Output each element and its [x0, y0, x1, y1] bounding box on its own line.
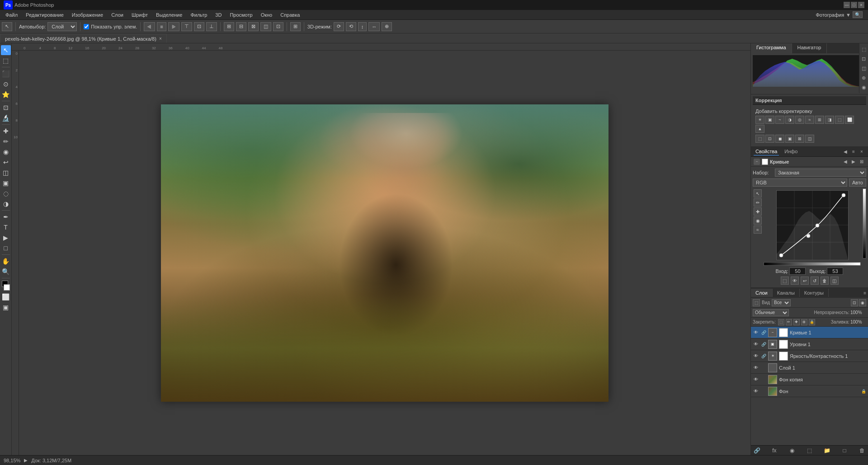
3d-btn-2[interactable]: ⟲ [346, 22, 356, 31]
minimize-btn[interactable]: — [844, 2, 850, 8]
layer-row-curves1[interactable]: 👁 🔗 ~ Кривые 1 [751, 327, 868, 338]
layer-toggle-btn[interactable]: ◉ [859, 299, 866, 306]
curve-point-highlight[interactable] [842, 193, 845, 197]
paths-tab[interactable]: Контуры [800, 289, 829, 297]
screen-mode-btn[interactable]: ▣ [1, 302, 11, 312]
dist-3-btn[interactable]: ⊠ [248, 22, 259, 31]
3d-btn-3[interactable]: ↕ [358, 22, 367, 31]
corr-vibrance-btn[interactable]: ◎ [795, 116, 804, 124]
layer-link-fon[interactable] [761, 389, 766, 394]
corr-levels-btn[interactable]: ▣ [765, 116, 774, 124]
curve-point-black[interactable] [779, 254, 783, 257]
menu-help[interactable]: Справка [277, 11, 303, 19]
curve-point-mid[interactable] [816, 224, 819, 227]
menu-type[interactable]: Шрифт [128, 11, 151, 19]
dist-5-btn[interactable]: ⊡ [273, 22, 283, 31]
curve-point-shadow[interactable] [807, 234, 810, 238]
move-tool-options[interactable]: ↖ [2, 22, 12, 31]
output-value[interactable] [827, 268, 843, 275]
dist-4-btn[interactable]: ◫ [260, 22, 271, 31]
corr-bw-btn[interactable]: ◨ [825, 116, 834, 124]
corr-gradient-map-btn[interactable]: ▣ [785, 135, 794, 143]
layer-filter-btn[interactable]: ⊡ [851, 299, 858, 306]
curve-smooth-tool[interactable]: ≈ [754, 225, 762, 234]
menu-3d[interactable]: 3D [212, 11, 225, 19]
menu-file[interactable]: Файл [2, 11, 21, 19]
corr-extra-btn[interactable]: ◫ [805, 135, 814, 143]
lasso-tool[interactable]: ⊙ [1, 79, 11, 89]
align-6-btn[interactable]: ⊞ [290, 22, 301, 31]
corr-channelmixer-btn[interactable]: ⬜ [845, 116, 854, 124]
menu-filter[interactable]: Фильтр [187, 11, 211, 19]
color-swatches[interactable] [1, 281, 11, 291]
layer-link-fon-copy[interactable] [761, 377, 766, 382]
layer-link-curves1[interactable]: 🔗 [761, 330, 766, 335]
layer-new-btn[interactable]: □ [840, 446, 849, 455]
layer-eye-curves1[interactable]: 👁 [753, 329, 759, 336]
curve-pointer-tool[interactable]: ↖ [754, 189, 762, 197]
menu-layers[interactable]: Слои [108, 11, 127, 19]
curve-pencil-tool[interactable]: ✏ [754, 198, 762, 207]
curve-btn-eye[interactable]: 👁 [791, 277, 799, 285]
close-btn[interactable]: × [858, 2, 864, 8]
title-bar-controls[interactable]: — □ × [844, 2, 864, 8]
props-close-btn[interactable]: × [858, 148, 865, 155]
layer-eye-fon-copy[interactable]: 👁 [753, 376, 759, 383]
lock-artboard-btn[interactable]: ⊞ [801, 319, 807, 325]
layer-group-btn[interactable]: 📁 [823, 446, 831, 455]
corr-colorbalance-btn[interactable]: ⊞ [815, 116, 824, 124]
layer-row-levels1[interactable]: 👁 🔗 ▣ Уровни 1 [751, 338, 868, 350]
corr-colorlookup-btn[interactable]: ▲ [755, 125, 764, 133]
layer-link-levels1[interactable]: 🔗 [761, 342, 766, 347]
healing-tool[interactable]: ✚ [1, 126, 11, 136]
panel-btn-5[interactable]: ◉ [860, 83, 868, 91]
align-bottom-btn[interactable]: ⊥ [206, 22, 217, 31]
corr-posterize-btn[interactable]: ⊡ [765, 135, 774, 143]
lock-all-btn[interactable]: 🔒 [809, 319, 815, 325]
channel-select[interactable]: RGB Красный Зеленый Синий [753, 178, 847, 187]
layer-row-layer1[interactable]: 👁 Слой 1 [751, 362, 868, 374]
menu-window[interactable]: Окно [257, 11, 276, 19]
document-tab[interactable]: pexels-leah-kelley-2466668.jpg @ 98,1% (… [0, 34, 167, 43]
layer-eye-layer1[interactable]: 👁 [753, 365, 759, 371]
workspace-search[interactable]: 🔍 [853, 11, 863, 18]
layers-menu-btn[interactable]: ≡ [863, 291, 866, 296]
gradient-tool[interactable]: ▣ [1, 178, 11, 188]
show-transform-checkbox[interactable] [84, 24, 89, 29]
canvas-area[interactable] [19, 51, 750, 455]
layer-eye-fon[interactable]: 👁 [753, 388, 759, 395]
corr-selective-btn[interactable]: ⊠ [795, 135, 804, 143]
corr-invert-btn[interactable]: ⬚ [755, 135, 764, 143]
props-collapse-btn[interactable]: ◀ [842, 148, 849, 155]
layer-link-btn[interactable]: 🔗 [753, 446, 761, 455]
layer-mask-btn[interactable]: ◉ [788, 446, 796, 455]
align-center-v-btn[interactable]: ⊡ [194, 22, 204, 31]
blend-mode-select[interactable]: Обычные Растворение Затемнение Умножение… [753, 309, 789, 316]
curve-point-add-tool[interactable]: ✚ [754, 207, 762, 216]
corr-photofilter-btn[interactable]: ⬚ [835, 116, 844, 124]
maximize-btn[interactable]: □ [851, 2, 857, 8]
path-select-tool[interactable]: ▶ [1, 233, 11, 243]
eyedropper-tool[interactable]: 🔬 [1, 113, 11, 123]
channels-tab[interactable]: Каналы [773, 289, 800, 297]
3d-btn-1[interactable]: ⟳ [334, 22, 344, 31]
move-tool[interactable]: ↖ [1, 45, 11, 55]
quick-mask-btn[interactable]: ⬜ [1, 292, 11, 302]
fill-value[interactable]: 100% [850, 319, 866, 324]
align-top-btn[interactable]: ⊤ [181, 22, 192, 31]
3d-btn-4[interactable]: ↔ [368, 22, 380, 31]
auto-select-dropdown[interactable]: Слой Группа [47, 22, 77, 31]
3d-btn-5[interactable]: ⊕ [382, 22, 392, 31]
layer-ctrl-kind[interactable]: ⬚ [753, 299, 760, 306]
lock-paint-btn[interactable]: ✏ [786, 319, 792, 325]
corr-threshold-btn[interactable]: ◼ [775, 135, 784, 143]
align-left-btn[interactable]: ⫷ [144, 22, 155, 31]
curve-btn-delete[interactable]: 🗑 [821, 277, 829, 285]
shape-tool[interactable]: □ [1, 243, 11, 253]
artboard-tool[interactable]: ⬚ [1, 56, 11, 66]
magic-wand-tool[interactable]: ⭐ [1, 89, 11, 99]
dist-v-btn[interactable]: ⊟ [236, 22, 246, 31]
input-value[interactable] [789, 268, 806, 275]
menu-select[interactable]: Выделение [152, 11, 186, 19]
menu-edit[interactable]: Редактирование [22, 11, 67, 19]
